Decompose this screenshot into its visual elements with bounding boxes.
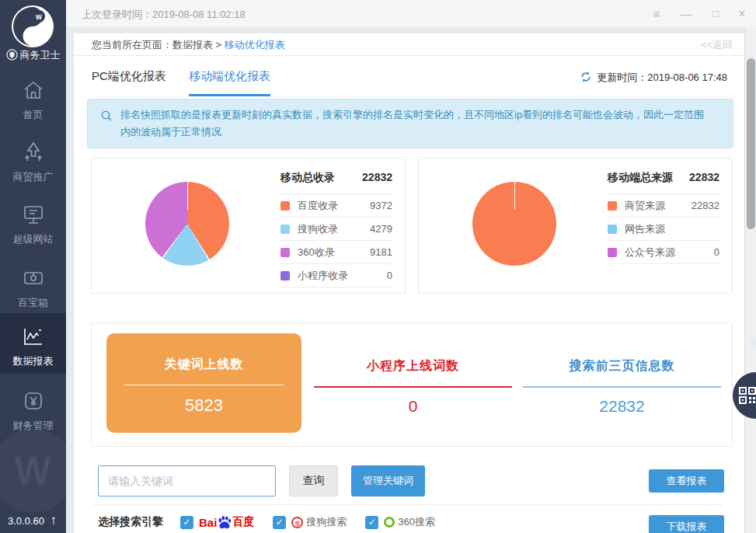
stat-value: 5823 bbox=[106, 395, 301, 416]
360-logo-icon bbox=[384, 517, 395, 528]
update-time-row: 更新时间：2019-08-06 17:48 bbox=[580, 71, 727, 85]
legend-label: 网告来源 bbox=[625, 222, 665, 236]
close-icon[interactable]: × bbox=[733, 5, 751, 23]
stat-top3-pages: 搜索前三页信息数 22832 bbox=[523, 333, 721, 433]
scrollbar-thumb[interactable] bbox=[747, 58, 755, 229]
stat-label: 搜索前三页信息数 bbox=[523, 358, 721, 374]
sidebar-item-toolbox[interactable]: 百宝箱 bbox=[0, 266, 66, 310]
breadcrumb: 您当前所在页面：数据报表 > 移动优化报表 <<返回 bbox=[74, 33, 744, 56]
sidebar-item-label: 首页 bbox=[23, 109, 44, 120]
update-time-text: 更新时间：2019-08-06 17:48 bbox=[597, 71, 727, 83]
monitor-icon bbox=[21, 202, 46, 227]
sidebar-item-label: 超级网站 bbox=[13, 233, 54, 245]
breadcrumb-current[interactable]: 移动优化报表 bbox=[225, 39, 285, 51]
pie-chart-inclusion bbox=[145, 182, 229, 266]
stat-value: 22832 bbox=[523, 397, 721, 416]
main-panel: 您当前所在页面：数据报表 > 移动优化报表 <<返回 PC端优化报表 移动端优化… bbox=[74, 33, 744, 533]
engine-row-label: 选择搜索引擎 bbox=[98, 515, 163, 529]
legend-sources: 移动端总来源 22832 商贸来源 22832 网告来源 公众号来源 0 bbox=[608, 171, 719, 264]
legend-label: 搜狗收录 bbox=[298, 222, 338, 236]
swatch-baidu bbox=[280, 201, 290, 211]
sidebar-item-label: 数据报表 bbox=[13, 355, 54, 367]
tab-mobile-report[interactable]: 移动端优化报表 bbox=[189, 69, 270, 96]
sidebar: w 商务卫士 首页 商贸推广 超级网站 bbox=[0, 0, 66, 533]
sidebar-item-home[interactable]: 首页 bbox=[0, 78, 66, 122]
sidebar-item-label: 百宝箱 bbox=[18, 297, 48, 308]
legend-label: 公众号来源 bbox=[625, 246, 675, 260]
legend-row: 360收录 9181 bbox=[280, 241, 392, 264]
checkbox-sogou[interactable]: ✓ bbox=[273, 516, 286, 529]
scrollbar-track[interactable] bbox=[744, 27, 756, 533]
view-report-button[interactable]: 查看报表 bbox=[649, 469, 724, 493]
swatch-miniprogram bbox=[280, 271, 290, 280]
download-report-button[interactable]: 下载报表 bbox=[649, 515, 724, 533]
legend-label: 小程序收录 bbox=[298, 269, 348, 283]
active-item-pointer bbox=[749, 336, 756, 349]
back-link[interactable]: <<返回 bbox=[701, 33, 733, 56]
legend-total: 22832 bbox=[689, 171, 719, 185]
stat-divider bbox=[523, 386, 721, 388]
brand-name: 商务卫士 bbox=[20, 49, 61, 61]
swatch-360 bbox=[280, 248, 290, 257]
tab-pc-report[interactable]: PC端优化报表 bbox=[92, 69, 166, 84]
legend-value: 22832 bbox=[692, 200, 719, 211]
swatch-web-source bbox=[608, 225, 617, 234]
keyword-input[interactable] bbox=[98, 465, 276, 496]
legend-title-row: 移动总收录 22832 bbox=[280, 171, 392, 194]
legend-row: 小程序收录 0 bbox=[280, 264, 392, 287]
360-name: 360搜索 bbox=[398, 515, 435, 529]
legend-row: 公众号来源 0 bbox=[608, 241, 719, 264]
legend-title-row: 移动端总来源 22832 bbox=[608, 171, 719, 194]
title-bar: 上次登录时间：2019-08-08 11:02:18 ≡ — □ × bbox=[66, 0, 756, 27]
swatch-wechat-source bbox=[608, 248, 617, 257]
legend-total: 22832 bbox=[362, 171, 392, 185]
minimize-icon[interactable]: — bbox=[677, 5, 695, 23]
query-button[interactable]: 查询 bbox=[289, 465, 338, 496]
engine-sogou[interactable]: ✓ S 搜狗搜索 bbox=[273, 515, 347, 529]
finance-yuan-icon bbox=[21, 388, 46, 413]
legend-value: 4279 bbox=[370, 223, 392, 235]
toolbox-icon bbox=[21, 266, 46, 291]
checkbox-baidu[interactable]: ✓ bbox=[180, 516, 193, 529]
maximize-icon[interactable]: □ bbox=[706, 5, 725, 23]
chart-icon bbox=[21, 324, 46, 349]
pie-chart-sources bbox=[472, 182, 556, 266]
stat-label: 小程序上线词数 bbox=[314, 358, 512, 374]
notice-banner: 排名快照抓取的是报表更新时刻的真实数据，搜索引擎的排名是实时变化的，且不同地区i… bbox=[87, 99, 733, 148]
baidu-name: 百度 bbox=[232, 515, 254, 529]
pie-card-inclusion: 移动总收录 22832 百度收录 9372 搜狗收录 4279 360收录 91… bbox=[91, 158, 406, 294]
qr-code-icon bbox=[738, 386, 756, 405]
stat-keywords-online: 关键词上线数 5823 bbox=[106, 333, 301, 433]
legend-label: 百度收录 bbox=[298, 199, 338, 213]
sidebar-item-data-report[interactable]: 数据报表 bbox=[0, 313, 66, 374]
notice-text: 排名快照抓取的是报表更新时刻的真实数据，搜索引擎的排名是实时变化的，且不同地区i… bbox=[120, 109, 704, 138]
checkbox-360[interactable]: ✓ bbox=[365, 516, 378, 529]
sidebar-item-finance[interactable]: 财务管理 bbox=[0, 388, 66, 433]
home-icon bbox=[21, 78, 46, 103]
swatch-trade-source bbox=[608, 201, 617, 211]
breadcrumb-prefix: 您当前所在页面：数据报表 > bbox=[92, 39, 225, 51]
stat-divider bbox=[124, 385, 284, 385]
svg-text:w: w bbox=[35, 12, 42, 21]
sidebar-item-promotion[interactable]: 商贸推广 bbox=[0, 140, 66, 184]
sogou-name: 搜狗搜索 bbox=[306, 515, 347, 529]
manage-keywords-button[interactable]: 管理关键词 bbox=[351, 465, 425, 496]
engine-360[interactable]: ✓ 360搜索 bbox=[365, 515, 435, 529]
section-divider bbox=[92, 504, 723, 505]
update-arrow-icon[interactable]: ↑ bbox=[51, 513, 57, 528]
baidu-logo-text: Bai bbox=[199, 516, 217, 529]
version-text: 3.0.0.60 bbox=[8, 515, 44, 527]
engine-baidu[interactable]: ✓ Bai 百度 bbox=[180, 515, 254, 529]
search-magnifier-icon bbox=[100, 110, 113, 122]
legend-row: 搜狗收录 4279 bbox=[280, 218, 392, 241]
refresh-icon[interactable] bbox=[580, 71, 592, 83]
stats-card: 关键词上线数 5823 小程序上线词数 0 搜索前三页信息数 22832 bbox=[91, 322, 733, 447]
search-engine-row: 选择搜索引擎 ✓ Bai 百度 ✓ S 搜狗搜索 ✓ 360搜索 bbox=[98, 510, 454, 533]
baidu-paw-icon bbox=[217, 515, 232, 529]
menu-icon[interactable]: ≡ bbox=[647, 5, 666, 23]
legend-value: 0 bbox=[387, 270, 392, 281]
legend-row: 网告来源 bbox=[608, 218, 719, 241]
sogou-logo-icon: S bbox=[291, 517, 303, 528]
sidebar-item-website[interactable]: 超级网站 bbox=[0, 202, 66, 246]
legend-label: 商贸来源 bbox=[625, 199, 665, 213]
